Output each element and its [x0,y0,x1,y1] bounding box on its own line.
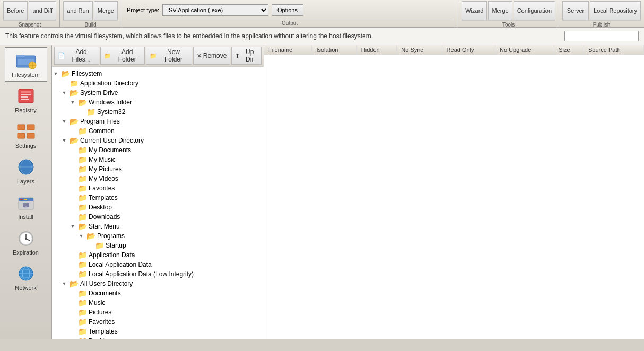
tree-toggle[interactable] [69,309,76,316]
tree-row[interactable]: 📁Favorites [52,317,264,327]
tree-node-label: Favorites [89,185,115,192]
tree-toggle[interactable] [69,251,76,259]
tree-row[interactable]: ▼📂System Drive [52,88,264,98]
tree-toggle[interactable] [69,337,76,339]
tree-node-label: Desktop [89,337,112,339]
tree-row[interactable]: 📁My Videos [52,174,264,183]
tree-row[interactable]: ▼📂Filesystem [52,69,264,78]
tree-row[interactable]: 📁Templates [52,327,264,336]
tree-toggle[interactable]: ▼ [60,280,68,287]
tree-toggle[interactable] [69,318,76,326]
tree-node-label: System32 [97,108,125,116]
tree-row[interactable]: ▼📂Windows folder [52,98,264,107]
tree-toggle[interactable] [69,165,76,173]
tree-row[interactable]: 📁Application Data [52,250,264,260]
options-button[interactable]: Options [272,4,303,16]
tree-toggle[interactable]: ▼ [69,99,76,106]
tree-node-label: Favorites [89,318,115,326]
tree-row[interactable]: 📁Music [52,298,264,308]
tree-row[interactable]: 📁Common [52,126,264,136]
svg-rect-6 [19,89,33,103]
tree-row[interactable]: 📁Favorites [52,183,264,193]
tree-toggle[interactable] [60,80,68,87]
tree-row[interactable]: 📁My Music [52,155,264,164]
sidebar-item-settings[interactable]: Settings [5,118,47,153]
add-files-button[interactable]: 📄 Add Files... [54,47,99,65]
search-input[interactable] [564,31,639,41]
tree-toggle[interactable] [69,328,76,335]
tree-node-label: System Drive [80,89,118,96]
layers-label: Layers [17,178,34,185]
tree-toggle[interactable] [69,156,76,163]
tree-row[interactable]: 📁Downloads [52,212,264,222]
folder-icon: 📁 [78,127,87,135]
tree-panel: 📄 Add Files... 📁 Add Folder 📁 New Folder… [52,45,264,339]
tree-node-label: Program Files [80,118,120,125]
tree-row[interactable]: 📁System32 [52,107,264,117]
tree-toggle[interactable] [86,242,93,249]
tree-row[interactable]: ▼📂Current User Directory [52,136,264,145]
tree-toggle[interactable]: ▼ [60,89,68,96]
remove-button[interactable]: ✕ Remove [193,47,231,65]
tree-row[interactable]: 📁Desktop [52,336,264,339]
before-button[interactable]: Before [3,1,28,20]
folder-icon: 📂 [61,69,70,78]
tree-toggle[interactable] [69,194,76,201]
merge-tools-button[interactable]: Merge [488,1,512,20]
merge-build-button[interactable]: Merge [94,1,118,20]
tree-node-label: Desktop [89,204,112,211]
tree-toggle[interactable] [69,299,76,306]
tree-toggle[interactable]: ▼ [77,232,85,240]
tree-row[interactable]: ▼📂Start Menu [52,222,264,231]
col-size: Size [554,45,584,55]
sidebar-item-filesystem[interactable]: Filesystem [5,47,47,82]
sidebar-item-expiration[interactable]: Expiration [5,225,47,259]
tree-toggle[interactable] [69,185,76,192]
tree-toggle[interactable]: ▼ [69,223,76,230]
wizard-button[interactable]: Wizard [462,1,487,20]
tree-row[interactable]: 📁Local Application Data [52,260,264,269]
tree-row[interactable]: 📁Templates [52,193,264,203]
tree-row[interactable]: ▼📂Program Files [52,117,264,126]
svg-rect-7 [21,91,31,93]
up-dir-button[interactable]: ⬆ Up Dir [231,47,262,65]
add-folder-button[interactable]: 📁 Add Folder [100,47,145,65]
project-type-select[interactable]: ISV Application (.exe) [162,4,268,16]
tree-toggle[interactable] [69,146,76,154]
tree-row[interactable]: 📁Startup [52,241,264,250]
tree-row[interactable]: 📁Documents [52,288,264,298]
tree-toggle[interactable]: ▼ [60,118,68,125]
tree-row[interactable]: ▼📂All Users Directory [52,279,264,288]
tree-row[interactable]: 📁Desktop [52,203,264,212]
add-folder-icon: 📁 [104,52,111,59]
tree-toggle[interactable] [69,270,76,278]
tree-toggle[interactable] [77,108,85,116]
tree-row[interactable]: ▼📂Programs [52,231,264,241]
new-folder-button[interactable]: 📁 New Folder [146,47,192,65]
tree-node-label: Documents [89,289,121,297]
sidebar-item-layers[interactable]: Layers [5,154,47,188]
server-button[interactable]: Server [562,1,589,20]
and-run-button[interactable]: and Run [63,1,93,20]
tools-section: Wizard Merge Configuration Tools [458,0,559,27]
tree-toggle[interactable]: ▼ [52,70,59,77]
sidebar-item-network[interactable]: Network [5,260,47,295]
local-repository-button[interactable]: Local Repository [590,1,641,20]
tree-toggle[interactable] [69,204,76,211]
tree-toggle[interactable] [69,213,76,221]
tree-row[interactable]: 📁My Documents [52,145,264,155]
sidebar-item-install[interactable]: Install [5,189,47,224]
tree-row[interactable]: 📁Local Application Data (Low Integrity) [52,269,264,279]
and-diff-button[interactable]: and Diff [29,1,56,20]
configuration-button[interactable]: Configuration [514,1,555,20]
tree-row[interactable]: 📁My Pictures [52,164,264,174]
tree-toggle[interactable] [69,175,76,182]
tree-toggle[interactable] [69,261,76,268]
sidebar-item-registry[interactable]: Registry [5,83,47,117]
tree-toggle[interactable] [69,289,76,297]
tree-row[interactable]: 📁Application Directory [52,78,264,88]
tree-row[interactable]: 📁Pictures [52,308,264,317]
tree-node-label: Pictures [89,309,111,316]
tree-toggle[interactable] [69,127,76,135]
tree-toggle[interactable]: ▼ [60,137,68,144]
